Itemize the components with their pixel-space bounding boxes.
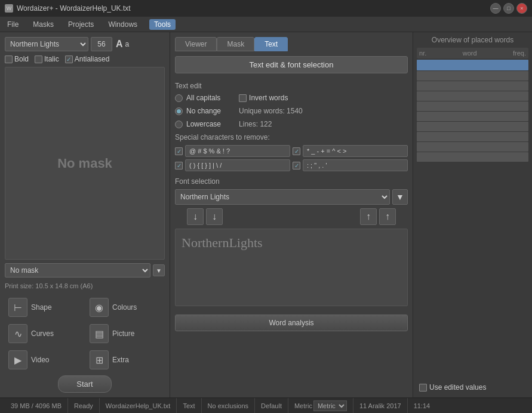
bold-checkbox[interactable] [5,56,13,63]
menu-masks[interactable]: Masks [30,19,56,30]
char-row-1: @ # $ % & ! ? [175,145,290,157]
tabs: Viewer Mask Text [175,37,408,51]
left-panel: Northern Lights A a Bold Italic Antialia… [0,32,170,397]
overview-row-9[interactable] [417,152,528,162]
menu-tools[interactable]: Tools [149,19,176,30]
maximize-button[interactable]: □ [503,3,514,14]
print-size-label: Print size: 10.5 x 14.8 cm (A6) [5,282,165,289]
radio-lowercase-btn[interactable] [175,121,183,128]
font-size-small-a: a [125,40,130,48]
tool-curves[interactable]: ∿ Curves [5,322,84,346]
tab-viewer[interactable]: Viewer [175,37,217,51]
lines-info: Lines: 122 [239,120,303,128]
font-selection-dropdown[interactable]: Northern Lights [175,189,390,205]
radio-no-change-btn[interactable] [175,107,183,115]
invert-words-checkbox[interactable] [239,94,247,102]
shape-icon: ⊢ [8,298,27,317]
minimize-button[interactable]: — [490,3,501,14]
font-selection-arrow[interactable]: ▼ [392,189,408,205]
special-chars-grid: @ # $ % & ! ? * _ - + = ^ < > ( ) { [ } … [175,145,408,171]
radio-group: All capitals No change Lowercase [175,94,221,128]
font-arrow-down-1[interactable]: ↓ [187,208,204,225]
close-button[interactable]: × [516,3,527,14]
radio-no-change[interactable]: No change [175,107,221,115]
font-family-dropdown[interactable]: Northern Lights [5,37,88,51]
invert-words-control[interactable]: Invert words [239,94,303,102]
radio-all-capitals-label: All capitals [186,94,220,102]
overview-row-selected[interactable] [417,60,528,70]
info-group: Invert words Unique words: 1540 Lines: 1… [233,94,303,128]
tab-text[interactable]: Text [254,37,288,51]
italic-checkbox[interactable] [35,56,42,63]
char-box-2: * _ - + = ^ < > [303,145,408,157]
font-controls: Northern Lights A a [5,37,165,51]
tool-picture[interactable]: ▤ Picture [86,322,165,346]
antialiased-checkbox[interactable] [65,56,73,63]
overview-row-2[interactable] [417,81,528,91]
font-arrows: ↓ ↓ ↑ ↑ [175,208,408,225]
overview-word-label: word [463,50,477,57]
radio-all-capitals[interactable]: All capitals [175,94,221,102]
no-mask-label: No mask [57,156,112,171]
char-checkbox-3[interactable] [175,162,183,169]
tool-colours[interactable]: ◉ Colours [86,295,165,319]
mask-dropdown-row: No mask ▼ [5,263,165,278]
overview-row-8[interactable] [417,142,528,152]
mask-dropdown-arrow[interactable]: ▼ [153,264,165,276]
overview-row-7[interactable] [417,132,528,141]
font-selection-label: Font selection [175,177,408,186]
use-edited-checkbox[interactable] [419,384,427,392]
tab-mask[interactable]: Mask [217,37,254,51]
window-controls: — □ × [490,3,527,14]
use-edited-row: Use edited values [417,381,528,394]
colours-icon: ◉ [90,298,109,317]
titlebar: W Wordaizer+ - WordaizerHelp_UK.txt — □ … [0,0,532,17]
metric-dropdown[interactable]: Metric [313,400,347,411]
tool-shape[interactable]: ⊢ Shape [5,295,84,319]
status-date: 11 Aralik 2017 [353,398,408,413]
char-row-3: ( ) { [ } ] | \ / [175,159,290,171]
font-size-large-a: A [116,39,123,50]
overview-row-6[interactable] [417,122,528,131]
curves-label: Curves [31,329,54,338]
overview-panel: Overview of placed words nr. word freq. [413,32,532,397]
menu-file[interactable]: File [5,19,21,30]
start-button[interactable]: Start [58,375,111,393]
menu-projects[interactable]: Projects [66,19,96,30]
word-analysis-button[interactable]: Word analysis [175,315,408,331]
overview-row-4[interactable] [417,101,528,111]
char-checkbox-2[interactable] [293,147,300,155]
status-metric: Metric Metric [288,398,353,413]
tool-video[interactable]: ▶ Video [5,348,84,372]
style-controls: Bold Italic Antialiased [5,55,165,63]
char-box-1: @ # $ % & ! ? [185,145,290,157]
tools-grid: ⊢ Shape ◉ Colours ∿ Curves ▤ Picture ▶ V… [5,295,165,372]
char-checkbox-4[interactable] [293,162,300,169]
radio-all-capitals-btn[interactable] [175,94,183,102]
overview-row-3[interactable] [417,91,528,101]
char-row-4: : ; " , . ' [293,159,408,171]
overview-row-5[interactable] [417,112,528,121]
content-header: Text edit & font selection [175,56,408,73]
main-area: Northern Lights A a Bold Italic Antialia… [0,32,532,397]
italic-control[interactable]: Italic [35,55,59,63]
font-arrow-up-2[interactable]: ↑ [379,208,396,225]
radio-lowercase[interactable]: Lowercase [175,120,221,128]
radio-no-change-label: No change [186,107,221,115]
special-chars-label: Special characters to remove: [175,133,408,141]
menu-windows[interactable]: Windows [106,19,140,30]
antialiased-control[interactable]: Antialiased [65,55,110,63]
overview-row-1[interactable] [417,71,528,81]
bold-control[interactable]: Bold [5,55,29,63]
font-size-input[interactable] [91,37,112,51]
tool-extra[interactable]: ⊞ Extra [86,348,165,372]
overview-nr-label: nr. [419,50,426,57]
font-preview-text: NorthernLights [182,235,263,250]
right-panel: Viewer Mask Text Text edit & font select… [170,32,532,397]
special-chars-section: Special characters to remove: @ # $ % & … [175,133,408,171]
invert-words-label: Invert words [249,94,288,102]
mask-dropdown[interactable]: No mask [5,263,150,278]
char-checkbox-1[interactable] [175,147,183,155]
font-arrow-up-1[interactable]: ↑ [360,208,377,225]
font-arrow-down-2[interactable]: ↓ [206,208,223,225]
